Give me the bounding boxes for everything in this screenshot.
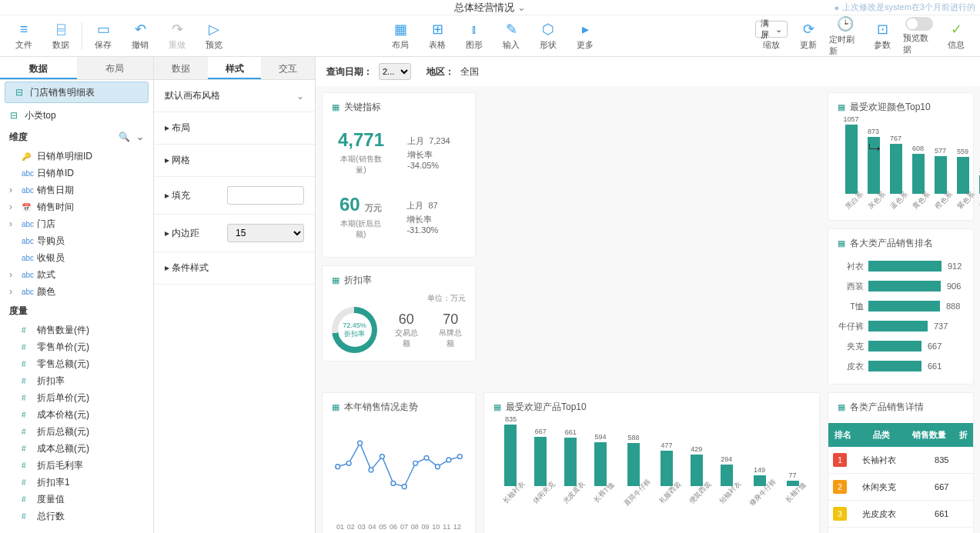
datasource-item[interactable]: ⊟小类top — [0, 105, 153, 126]
undo-button[interactable]: ↶撤销 — [124, 18, 156, 54]
style-padding[interactable]: ▸ 内边距15 — [154, 215, 315, 252]
input-icon: ✎ — [506, 21, 517, 38]
hash-icon: # — [22, 495, 32, 504]
table-button[interactable]: ⊞表格 — [421, 18, 453, 54]
file-button[interactable]: ≡文件 — [8, 18, 40, 54]
clock-icon: 🕒 — [837, 15, 854, 32]
measure-item[interactable]: #零售单价(元) — [0, 338, 153, 355]
shape-button[interactable]: ⬡形状 — [532, 18, 564, 54]
tab-mid-interact[interactable]: 交互 — [261, 57, 315, 79]
measure-item[interactable]: #成本总额(元) — [0, 440, 153, 457]
hash-icon: # — [22, 377, 32, 385]
measure-item[interactable]: #折后毛利率 — [0, 457, 153, 474]
table-row[interactable]: 3光皮皮衣661 — [828, 501, 973, 528]
more-icon: ▸ — [582, 21, 589, 38]
canvas[interactable]: 查询日期： 2... 地区： 全国 关键指标 4,771 本期(销售数量) 上月… — [316, 57, 980, 533]
measure-item[interactable]: #总行数 — [0, 508, 153, 525]
table-row[interactable]: 1长袖衬衣835 — [828, 447, 973, 474]
hash-icon: # — [22, 360, 32, 368]
top-color-card[interactable]: 最受欢迎颜色Top10 1057黑白系873灰色系767蓝色系608黄色系577… — [828, 92, 974, 221]
discount-card[interactable]: 折扣率 单位：万元 72.45%折扣率 60 交易总额 70 吊牌总额 — [322, 265, 476, 361]
redo-button[interactable]: ↷重做 — [161, 18, 193, 54]
tab-mid-data[interactable]: 数据 — [154, 57, 208, 79]
measure-item[interactable]: #折扣率 — [0, 372, 153, 389]
chart-button[interactable]: ⫾图形 — [458, 18, 490, 54]
tab-layout[interactable]: 布局 — [77, 57, 154, 79]
detail-card[interactable]: 各类产品销售详情 排名品类销售数量折1长袖衬衣8352休闲夹克6673光皮皮衣6… — [828, 392, 974, 533]
svg-point-9 — [436, 465, 440, 469]
measure-item[interactable]: #成本价格(元) — [0, 406, 153, 423]
timed-refresh-button[interactable]: 🕒定时刷新 — [829, 18, 861, 54]
hash-icon: # — [22, 478, 32, 487]
padding-select[interactable]: 15 — [227, 224, 304, 242]
dimension-item[interactable]: ›abc销售日期 — [0, 182, 153, 198]
fill-input[interactable] — [227, 186, 304, 205]
top-product-card[interactable]: 最受欢迎产品Top10 835长袖衬衣667休闲夹克661光皮皮衣594长裤T恤… — [483, 392, 820, 533]
hash-icon: # — [22, 394, 32, 402]
search-icon[interactable]: 🔍 — [119, 132, 130, 142]
trend-card[interactable]: 本年销售情况走势 010203040506070809101112 — [322, 392, 476, 533]
dimension-item[interactable]: ›abc门店 — [0, 215, 153, 232]
table-header: 销售数量 — [905, 423, 953, 447]
measure-item[interactable]: #折扣率1 — [0, 474, 153, 491]
preview-data-button[interactable]: 预览数据 — [903, 18, 935, 54]
preview-button[interactable]: ▷预览 — [198, 18, 230, 54]
zoom-select[interactable]: 满屏 ⌄缩放 — [755, 18, 788, 54]
card-title: 各类产品销售详情 — [828, 393, 973, 417]
measure-item[interactable]: #折后总额(元) — [0, 423, 153, 440]
measure-item[interactable]: #零售总额(元) — [0, 355, 153, 372]
table-icon: ⊟ — [8, 109, 20, 122]
type-icon: abc — [22, 169, 32, 178]
svg-point-3 — [369, 468, 373, 472]
query-date-select[interactable]: 2... — [379, 63, 411, 80]
chevron-down-icon: ⌄ — [296, 91, 304, 102]
save-button[interactable]: ▭保存 — [87, 18, 119, 54]
cat-rank-card[interactable]: 各大类产品销售排名 衬衣912西装906T恤888牛仔裤737夹克667皮衣66… — [828, 228, 974, 385]
chart-icon: ⫾ — [471, 21, 478, 38]
dimension-item[interactable]: abc导购员 — [0, 232, 153, 249]
tab-mid-style[interactable]: 样式 — [208, 57, 262, 79]
info-button[interactable]: ✓信息 — [940, 18, 972, 54]
datasource-item[interactable]: ⊟门店销售明细表 — [5, 82, 149, 103]
kpi-label: 本期(折后总额) — [338, 218, 383, 240]
dimension-item[interactable]: ›abc款式 — [0, 266, 153, 283]
svg-point-6 — [402, 485, 406, 489]
refresh-button[interactable]: ⟳更新 — [792, 18, 824, 54]
tab-data[interactable]: 数据 — [0, 57, 77, 79]
menu-icon: ≡ — [20, 21, 28, 38]
type-icon: abc — [22, 220, 32, 228]
dimension-item[interactable]: ›📅销售时间 — [0, 198, 153, 215]
style-layout[interactable]: ▸ 布局 — [154, 112, 315, 145]
line-chart — [332, 420, 466, 520]
more-button[interactable]: ▸更多 — [569, 18, 601, 54]
data-button[interactable]: ⌸数据 — [45, 18, 77, 54]
query-region-label: 地区： — [426, 65, 454, 78]
dimension-item[interactable]: abc收银员 — [0, 249, 153, 266]
kpi-card[interactable]: 关键指标 4,771 本期(销售数量) 上月 7,234 增长率 -34.05% — [322, 92, 476, 258]
kpi-value: 4,771 — [338, 129, 384, 151]
table-row[interactable]: 2休闲夹克667 — [828, 474, 973, 501]
measure-item[interactable]: #销售数量(件) — [0, 321, 153, 338]
chevron-down-icon[interactable]: ⌄ — [136, 132, 144, 142]
svg-point-7 — [413, 461, 418, 465]
svg-point-4 — [380, 455, 384, 459]
doc-title[interactable]: 总体经营情况 — [454, 1, 526, 15]
dimension-item[interactable]: 🔑日销单明细ID — [0, 148, 153, 165]
zoom-value: 满屏 ⌄ — [755, 21, 788, 38]
style-cond[interactable]: ▸ 条件样式 — [154, 252, 315, 285]
dimension-item[interactable]: ›abc颜色 — [0, 283, 153, 300]
dimension-item[interactable]: abc日销单ID — [0, 165, 153, 182]
measure-item[interactable]: #度量值 — [0, 491, 153, 508]
table-header: 品类 — [858, 423, 905, 447]
params-button[interactable]: ⊡参数 — [866, 18, 898, 54]
canvas-style-select[interactable]: 默认画布风格⌄ — [154, 80, 315, 112]
input-button[interactable]: ✎输入 — [495, 18, 527, 54]
layout-button[interactable]: ▦布局 — [384, 18, 416, 54]
shape-icon: ⬡ — [542, 21, 554, 38]
style-fill[interactable]: ▸ 填充 — [154, 177, 315, 215]
svg-point-10 — [447, 458, 451, 462]
table-header: 折 — [953, 423, 973, 447]
measure-item[interactable]: #折后单价(元) — [0, 389, 153, 406]
dimensions-header: 维度 🔍⌄ — [0, 126, 153, 148]
style-grid[interactable]: ▸ 网格 — [154, 145, 315, 177]
